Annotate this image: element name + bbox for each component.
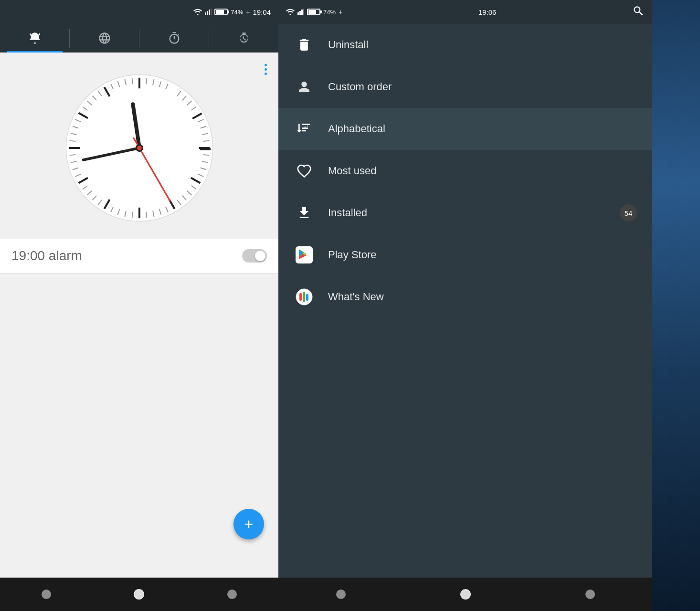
battery-percentage: 74% [231,9,243,16]
signal-icon [205,9,212,15]
svg-rect-67 [301,10,303,15]
right-battery-icon [307,9,320,15]
right-status-bar: 74% + 19:06 [278,0,652,24]
tab-stopwatch[interactable] [209,24,278,53]
dot-3 [265,73,267,75]
home-nav-icon [134,589,144,600]
left-status-bar: 74% + 19:04 [0,0,278,24]
battery-icon [214,9,228,15]
right-battery-percentage: 74% [323,9,336,16]
svg-rect-66 [299,11,301,15]
left-bottom-nav [0,578,278,611]
dot-1 [265,64,267,66]
analog-clock [63,72,216,224]
back-nav-icon [42,590,51,599]
custom-order-label: Custom order [328,81,392,93]
search-icon [632,5,645,17]
search-button[interactable] [632,5,645,19]
menu-item-whats-new[interactable]: What's New [278,276,652,318]
app-drawer-menu: 74% + 19:06 Uninstall [278,0,652,611]
tab-bar [0,24,278,53]
svg-line-29 [203,155,209,155]
menu-item-custom-order[interactable]: Custom order [278,66,652,108]
svg-line-28 [203,141,209,141]
clock-face [63,72,216,224]
svg-line-64 [132,78,132,84]
back-nav-button[interactable] [37,585,56,604]
menu-item-alphabetical[interactable]: a z Alphabetical [278,108,652,150]
menu-item-play-store[interactable]: Play Store [278,234,652,276]
whats-new-label: What's New [328,291,384,303]
world-clock-icon [98,32,111,45]
play-store-label: Play Store [328,249,377,261]
svg-text:a: a [304,125,307,129]
tab-world-clock[interactable] [70,24,139,53]
right-home-icon [460,589,471,600]
whats-new-icon [294,286,315,307]
play-store-icon [294,244,315,265]
alarm-toggle[interactable] [242,249,267,263]
svg-line-40 [146,212,147,218]
timer-icon [168,32,181,45]
clock-content: 19:00 alarm + [0,53,278,578]
right-wifi-icon [286,9,295,15]
installed-badge: 54 [620,204,637,221]
alarm-time: 19:00 alarm [11,248,242,263]
right-back-icon [336,590,346,599]
download-icon [294,202,315,223]
dot-2 [265,68,267,71]
tab-alarm[interactable] [0,24,69,53]
installed-label: Installed [328,207,367,219]
menu-item-most-used[interactable]: Most used [278,150,652,192]
right-panel: m eader ator era icker [278,0,700,611]
right-bottom-nav [278,578,652,611]
person-icon [294,76,315,97]
wifi-icon [193,9,202,15]
heart-icon [294,160,315,181]
recents-nav-button[interactable] [223,585,242,604]
alarm-item[interactable]: 19:00 alarm [0,239,278,274]
left-panel: 74% + 19:04 [0,0,278,611]
svg-rect-3 [211,9,212,15]
right-recents-icon [585,590,595,599]
right-back-nav-button[interactable] [331,585,350,604]
right-time: 19:06 [478,8,497,16]
stopwatch-icon [237,32,251,45]
add-alarm-fab[interactable]: + [233,509,264,539]
menu-item-uninstall[interactable]: Uninstall [278,24,652,66]
alarm-icon [28,32,42,45]
sort-az-icon: a z [294,118,315,139]
svg-rect-75 [306,294,308,301]
right-recents-nav-button[interactable] [581,585,600,604]
battery-plus: + [246,8,250,16]
svg-rect-0 [205,12,206,15]
home-nav-button[interactable] [129,585,148,604]
svg-rect-65 [297,12,299,15]
svg-rect-74 [303,292,305,302]
fab-plus-icon: + [244,516,254,533]
uninstall-label: Uninstall [328,39,368,51]
svg-rect-73 [299,293,302,301]
svg-line-17 [146,78,147,84]
analog-clock-container [0,53,278,239]
svg-rect-2 [209,10,210,15]
right-home-nav-button[interactable] [456,585,475,604]
center-dot-red [137,146,142,150]
more-options-button[interactable] [261,60,271,79]
menu-items-list: Uninstall Custom order a [278,24,652,578]
svg-rect-68 [303,9,304,15]
most-used-label: Most used [328,165,377,177]
left-time: 19:04 [253,8,271,16]
svg-line-52 [69,155,75,155]
svg-rect-1 [207,11,208,15]
trash-icon [294,34,315,55]
menu-item-installed[interactable]: Installed 54 [278,192,652,234]
svg-line-41 [132,212,132,218]
tab-timer[interactable] [139,24,209,53]
svg-line-53 [69,141,75,141]
recents-nav-icon [227,590,237,599]
alphabetical-label: Alphabetical [328,123,385,135]
right-signal-icon [297,9,304,15]
